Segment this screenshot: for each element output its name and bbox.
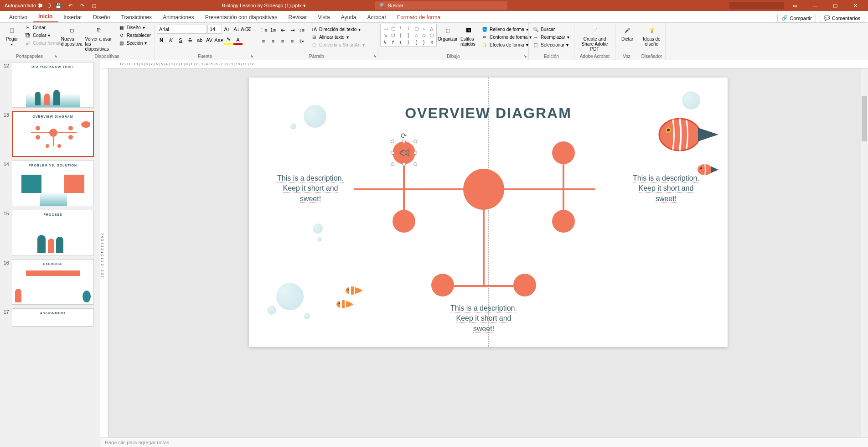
tab-animaciones[interactable]: Animaciones (157, 12, 200, 22)
close-icon[interactable]: ✕ (846, 0, 864, 11)
diagram-node[interactable] (513, 274, 536, 296)
find-button[interactable]: 🔍Buscar (531, 26, 571, 33)
resize-handle[interactable] (402, 140, 406, 143)
section-button[interactable]: ▤Sección ▾ (117, 39, 153, 47)
layout-button[interactable]: ▦Diseño ▾ (117, 24, 153, 31)
diagram-node[interactable] (552, 141, 575, 164)
shape-gallery[interactable]: ▭▢\\▢○△ ↘⬡{}☆◇⬠ ↳↱(){}↯ (380, 24, 437, 47)
numbering-button[interactable]: 1≡ (269, 26, 278, 35)
align-left-button[interactable]: ≡ (259, 36, 268, 46)
resize-handle[interactable] (391, 151, 394, 155)
arrange-button[interactable]: ⬚Organizar (438, 24, 458, 42)
vertical-scrollbar[interactable] (861, 68, 868, 437)
tab-archivo[interactable]: Archivo (4, 12, 33, 22)
slideshow-icon[interactable]: ▢ (90, 1, 98, 10)
paste-button[interactable]: 📋 Pegar▾ (2, 24, 22, 47)
diagram-node[interactable] (552, 210, 575, 233)
slide-canvas-area[interactable]: OVERVIEW DIAGRAM (108, 68, 868, 437)
resize-handle[interactable] (391, 162, 394, 166)
shape-effects-button[interactable]: ✨Efectos de forma ▾ (480, 41, 533, 48)
decrease-font-icon[interactable]: A↓ (232, 25, 241, 34)
maximize-icon[interactable]: ▢ (826, 0, 844, 11)
resize-handle[interactable] (391, 140, 394, 143)
adobe-pdf-button[interactable]: 📄Create and Share Adobe PDF (576, 24, 613, 52)
notes-pane[interactable]: Haga clic para agregar notas (100, 437, 868, 447)
align-center-button[interactable]: ≡ (269, 36, 278, 46)
format-painter-button[interactable]: 🖌Copiar formato (23, 39, 65, 47)
font-size-combo[interactable] (207, 25, 222, 34)
dialog-launcher-icon[interactable]: ⬊ (53, 54, 58, 59)
reuse-slides-button[interactable]: ⿻Volver a usar las diapositivas (83, 24, 116, 52)
slide-title[interactable]: OVERVIEW DIAGRAM (405, 105, 572, 122)
toggle-switch-icon[interactable] (38, 3, 51, 8)
resize-handle[interactable] (413, 162, 417, 166)
dialog-launcher-icon[interactable]: ⬊ (372, 54, 377, 59)
dictate-button[interactable]: 🎤Dictar (617, 24, 637, 42)
indent-button[interactable]: ⇥ (288, 26, 297, 35)
description-text-right[interactable]: This is a description. Keep it short and… (627, 173, 705, 204)
autosave-toggle[interactable]: Autoguardado (5, 3, 51, 8)
tab-inicio[interactable]: Inicio (33, 11, 58, 22)
tab-diseno[interactable]: Diseño (88, 12, 115, 22)
bullets-button[interactable]: ⋮≡ (259, 26, 268, 35)
reset-button[interactable]: ↺Restablecer (117, 31, 153, 39)
user-badge[interactable] (729, 2, 784, 9)
slide-thumbnail-16[interactable]: EXERCISE (12, 259, 94, 305)
outdent-button[interactable]: ⇤ (278, 26, 287, 35)
dialog-launcher-icon[interactable]: ⬊ (249, 54, 254, 59)
select-button[interactable]: ⬚Seleccionar ▾ (531, 41, 571, 48)
text-direction-button[interactable]: ↕ADirección del texto ▾ (309, 26, 367, 33)
slide-thumbnail-13[interactable]: OVERVIEW DIAGRAM (12, 111, 94, 157)
slide-thumbnail-17[interactable]: ASSIGNMENT (12, 308, 94, 327)
replace-button[interactable]: ↔Reemplazar ▾ (531, 33, 571, 41)
tab-transiciones[interactable]: Transiciones (115, 12, 157, 22)
new-slide-button[interactable]: ▢Nueva diapositiva (61, 24, 83, 47)
tab-acrobat[interactable]: Acrobat (362, 12, 391, 22)
diagram-node[interactable] (393, 210, 415, 233)
save-icon[interactable]: 💾 (54, 1, 62, 10)
vertical-ruler[interactable]: 7 6 5 4 3 2 1 0 1 2 3 4 5 6 7 (100, 68, 108, 437)
tab-formato-forma[interactable]: Formato de forma (392, 12, 446, 22)
italic-button[interactable]: K (166, 36, 176, 45)
diagram-center-node[interactable] (463, 169, 504, 210)
align-right-button[interactable]: ≡ (278, 36, 287, 46)
tab-ayuda[interactable]: Ayuda (336, 12, 362, 22)
shape-fill-button[interactable]: 🪣Relleno de forma ▾ (480, 26, 533, 33)
justify-button[interactable]: ≡ (288, 36, 297, 46)
undo-icon[interactable]: ↶ (66, 1, 74, 10)
align-text-button[interactable]: ⊟Alinear texto ▾ (309, 33, 367, 41)
slide-thumbnail-12[interactable]: DID YOU KNOW THIS? (12, 62, 94, 108)
slide-thumbnail-14[interactable]: PROBLEM VS. SOLUTION (12, 161, 94, 206)
slide-canvas[interactable]: OVERVIEW DIAGRAM (249, 78, 728, 347)
description-text-bottom[interactable]: This is a description. Keep it short and… (445, 303, 522, 334)
horizontal-ruler[interactable]: ·12·|·11·|·10·|·9·|·8·|·7·|·6·|·5·|·4·|·… (100, 60, 868, 68)
font-name-combo[interactable] (157, 25, 207, 34)
smartart-button[interactable]: ⬡Convertir a SmartArt ▾ (309, 41, 367, 48)
tab-vista[interactable]: Vista (312, 12, 335, 22)
diagram-connector[interactable] (483, 196, 485, 287)
slide-thumbnail-panel[interactable]: 12 DID YOU KNOW THIS? 13 OVERVIEW DIAGRA… (0, 60, 100, 447)
highlight-button[interactable]: ✎ (224, 36, 233, 45)
description-text-left[interactable]: This is a description. Keep it short and… (272, 173, 349, 204)
ribbon-options-icon[interactable]: ▭ (786, 0, 804, 11)
diagram-node[interactable] (431, 274, 454, 296)
tab-insertar[interactable]: Insertar (58, 12, 88, 22)
redo-icon[interactable]: ↷ (78, 1, 86, 10)
cut-button[interactable]: ✂Cortar (23, 24, 65, 31)
diagram-node-selected[interactable]: ⟳ (393, 141, 415, 164)
copy-button[interactable]: ⿻Copiar ▾ (23, 31, 65, 39)
font-color-button[interactable]: A (233, 36, 243, 45)
rotate-handle-icon[interactable]: ⟳ (401, 131, 407, 138)
underline-button[interactable]: S (176, 36, 185, 45)
bold-button[interactable]: N (157, 36, 166, 45)
design-ideas-button[interactable]: 💡Ideas de diseño (640, 24, 663, 47)
resize-handle[interactable] (413, 140, 417, 143)
share-button[interactable]: 🔗 Compartir (777, 14, 816, 22)
comments-button[interactable]: 💬 Comentarios (820, 14, 864, 22)
clear-format-icon[interactable]: A⌫ (242, 25, 251, 34)
resize-handle[interactable] (402, 162, 406, 166)
dialog-launcher-icon[interactable]: ⬊ (523, 54, 527, 59)
strike-button[interactable]: S (186, 36, 195, 45)
search-box[interactable]: 🔍 Buscar (375, 1, 507, 10)
quick-styles-button[interactable]: 🅰Estilos rápidos (459, 24, 479, 47)
